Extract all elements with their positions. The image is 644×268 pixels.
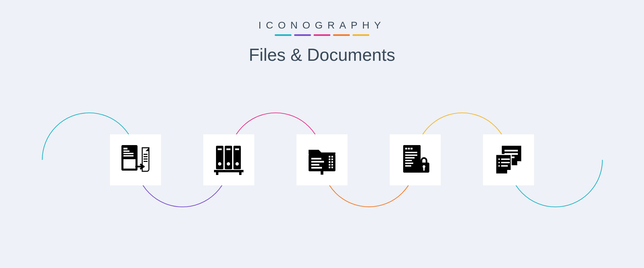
icon-row — [0, 134, 644, 185]
svg-rect-27 — [329, 156, 330, 158]
svg-rect-2 — [123, 150, 129, 152]
svg-rect-23 — [311, 158, 321, 160]
svg-rect-41 — [411, 148, 413, 149]
svg-rect-25 — [311, 164, 319, 166]
svg-rect-37 — [321, 171, 323, 175]
svg-rect-51 — [504, 150, 518, 151]
svg-rect-50 — [423, 167, 425, 171]
underline-teal — [275, 34, 291, 36]
svg-rect-3 — [123, 153, 133, 154]
document-lock-icon — [398, 143, 432, 177]
icon-card — [483, 134, 534, 185]
svg-rect-54 — [498, 159, 500, 160]
icon-card — [203, 134, 254, 185]
svg-rect-24 — [311, 161, 324, 163]
svg-rect-30 — [331, 159, 333, 160]
page-title: Files & Documents — [0, 45, 644, 65]
svg-rect-9 — [144, 161, 148, 162]
svg-rect-8 — [144, 159, 148, 160]
svg-rect-35 — [329, 167, 330, 168]
svg-rect-40 — [408, 148, 410, 149]
svg-rect-58 — [498, 165, 500, 167]
icon-card — [390, 134, 441, 185]
icon-card — [297, 134, 347, 185]
svg-rect-7 — [144, 156, 148, 157]
underline-amber — [353, 34, 369, 36]
svg-rect-28 — [331, 156, 333, 158]
svg-rect-33 — [329, 164, 330, 166]
svg-rect-21 — [239, 172, 241, 175]
svg-rect-55 — [501, 159, 510, 160]
icon-card — [110, 134, 161, 185]
svg-rect-44 — [405, 157, 415, 159]
svg-point-18 — [235, 162, 239, 166]
svg-rect-26 — [311, 167, 322, 169]
svg-rect-47 — [405, 165, 411, 167]
folder-document-icon — [305, 143, 339, 177]
sticky-notes-icon — [492, 143, 525, 177]
svg-rect-34 — [331, 164, 333, 166]
svg-rect-43 — [405, 154, 417, 156]
brand-label: ICONOGRAPHY — [0, 19, 644, 31]
svg-rect-6 — [144, 154, 148, 155]
svg-rect-31 — [329, 161, 330, 163]
svg-rect-39 — [405, 148, 407, 149]
svg-rect-5 — [123, 159, 136, 169]
underline-purple — [294, 34, 311, 36]
brand-underlines — [0, 34, 644, 36]
svg-rect-15 — [235, 148, 239, 150]
document-export-icon — [119, 143, 152, 177]
svg-rect-19 — [214, 170, 244, 172]
binders-shelf-icon — [212, 143, 246, 177]
svg-rect-45 — [405, 160, 412, 161]
svg-rect-59 — [501, 165, 508, 167]
svg-rect-14 — [226, 148, 230, 150]
svg-rect-56 — [498, 162, 500, 163]
svg-rect-1 — [123, 148, 127, 149]
underline-magenta — [314, 34, 330, 36]
underline-orange — [333, 34, 350, 36]
svg-rect-29 — [329, 159, 330, 160]
svg-point-16 — [218, 162, 221, 166]
svg-rect-46 — [405, 163, 413, 164]
svg-rect-4 — [123, 155, 133, 157]
svg-rect-20 — [216, 172, 218, 175]
svg-rect-57 — [501, 162, 510, 163]
header: ICONOGRAPHY Files & Documents — [0, 0, 644, 65]
svg-rect-42 — [405, 152, 417, 153]
svg-point-17 — [227, 162, 230, 166]
svg-rect-32 — [331, 161, 333, 163]
svg-rect-13 — [218, 148, 222, 150]
svg-rect-36 — [331, 167, 333, 168]
